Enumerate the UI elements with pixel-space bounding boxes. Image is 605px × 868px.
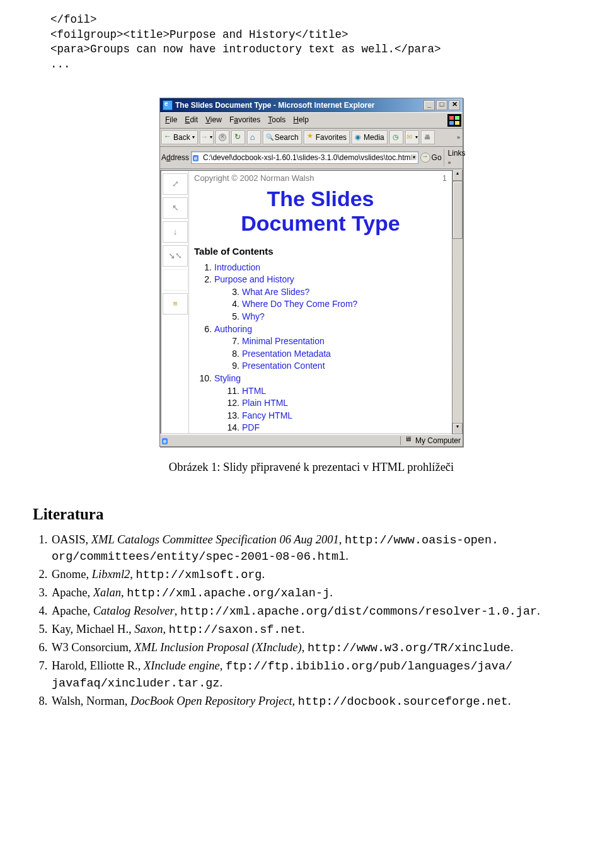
ie-icon xyxy=(163,100,173,110)
media-icon xyxy=(355,134,362,141)
menubar: File Edit View Favorites Tools Help xyxy=(160,112,463,129)
reference-item: Harold, Elliotte R., XInclude engine, ft… xyxy=(50,658,572,692)
security-zone: My Computer xyxy=(400,436,461,445)
search-button[interactable]: Search xyxy=(263,130,302,144)
window-title: The Slides Document Type - Microsoft Int… xyxy=(175,101,375,110)
slide-title: The Slides Document Type xyxy=(194,187,447,236)
slide-copyright: Copyright © 2002 Norman Walsh 1 xyxy=(194,173,447,183)
home-icon xyxy=(250,134,258,141)
references-list: OASIS, XML Catalogs Committee Specificat… xyxy=(33,532,572,710)
toc-link[interactable]: Authoring xyxy=(214,323,252,336)
status-page-icon: e xyxy=(162,436,171,445)
menu-tools[interactable]: Tools xyxy=(264,114,289,127)
computer-icon xyxy=(405,436,413,445)
code-snippet: </foil> <foilgroup><title>Purpose and Hi… xyxy=(50,13,572,72)
favorites-button[interactable]: Favorites xyxy=(304,130,350,144)
nav-first-button[interactable]: ⤢ xyxy=(163,173,188,195)
search-icon xyxy=(266,134,274,141)
nav-blank xyxy=(163,269,188,291)
browser-window: The Slides Document Type - Microsoft Int… xyxy=(159,98,463,447)
scroll-thumb[interactable] xyxy=(452,181,463,239)
close-button[interactable]: ✕ xyxy=(449,100,460,110)
section-heading: Literatura xyxy=(33,506,572,523)
toc-link[interactable]: Plain HTML xyxy=(242,397,288,410)
toc-link[interactable]: Why? xyxy=(242,311,265,323)
toc-link[interactable]: HTML xyxy=(242,385,266,398)
reference-item: Apache, Xalan, http://xml.apache.org/xal… xyxy=(50,585,572,602)
toc-link[interactable]: Where Do They Come From? xyxy=(242,298,357,311)
address-bar: Address C:\devel\docbook-xsl-1.60.1\slid… xyxy=(160,147,463,169)
go-icon xyxy=(420,153,430,163)
toc-link[interactable]: What Are Slides? xyxy=(242,286,309,299)
scroll-up-button[interactable]: ▴ xyxy=(452,170,463,181)
menu-edit[interactable]: Edit xyxy=(181,114,202,127)
toolbar-expand[interactable]: » xyxy=(456,134,461,141)
back-button[interactable]: Back▾ xyxy=(161,130,198,144)
media-button[interactable]: Media xyxy=(352,130,388,144)
refresh-icon xyxy=(234,134,242,141)
forward-button[interactable]: ▾ xyxy=(200,130,214,144)
toc-link[interactable]: Presentation Metadata xyxy=(242,348,331,361)
maximize-button[interactable]: □ xyxy=(436,100,447,110)
history-icon xyxy=(393,134,400,141)
print-button[interactable] xyxy=(421,130,435,144)
scrollbar[interactable]: ▴ ▾ xyxy=(452,170,463,434)
mail-button[interactable]: ▾ xyxy=(405,130,419,144)
address-input[interactable]: C:\devel\docbook-xsl-1.60.1\slides-3.1.0… xyxy=(191,151,418,164)
scroll-track[interactable] xyxy=(452,181,463,423)
slide-content: Copyright © 2002 Norman Walsh 1 The Slid… xyxy=(189,171,452,433)
toc-link[interactable]: Fancy HTML xyxy=(242,410,292,422)
stop-button[interactable] xyxy=(216,130,229,144)
reference-item: Walsh, Norman, DocBook Open Repository P… xyxy=(50,693,572,710)
toc-link[interactable]: Purpose and History xyxy=(214,274,294,286)
reference-item: Apache, Catalog Resolver, http://xml.apa… xyxy=(50,603,572,620)
reference-item: OASIS, XML Catalogs Committee Specificat… xyxy=(50,532,572,566)
home-button[interactable] xyxy=(247,130,261,144)
content-frame: ⤢ ↖ ↓ ↘⤡ ≡ Copyright © 2002 Norman Walsh… xyxy=(160,169,463,434)
nav-toc-button[interactable]: ≡ xyxy=(163,293,188,315)
menu-file[interactable]: File xyxy=(161,114,181,127)
menu-help[interactable]: Help xyxy=(289,114,313,127)
toc-link[interactable]: PDF xyxy=(242,422,260,432)
reference-item: W3 Consorcium, XML Inclusion Proposal (X… xyxy=(50,640,572,657)
reference-item: Gnome, Libxml2, http://xmlsoft.org. xyxy=(50,567,572,584)
page-icon xyxy=(193,153,202,162)
star-icon xyxy=(307,134,314,141)
back-icon xyxy=(164,134,172,141)
toc-heading: Table of Contents xyxy=(194,246,447,257)
history-button[interactable] xyxy=(389,130,403,144)
nav-last-button[interactable]: ↘⤡ xyxy=(163,245,188,267)
scroll-down-button[interactable]: ▾ xyxy=(452,423,463,434)
toc-list: 1.Introduction2.Purpose and History3.Wha… xyxy=(194,262,447,433)
forward-icon xyxy=(200,134,208,141)
slide-nav: ⤢ ↖ ↓ ↘⤡ ≡ xyxy=(161,171,189,433)
reference-item: Kay, Michael H., Saxon, http://saxon.sf.… xyxy=(50,622,572,639)
toc-link[interactable]: Minimal Presentation xyxy=(242,335,325,348)
toc-link[interactable]: Styling xyxy=(214,373,241,385)
go-button[interactable]: Go xyxy=(420,153,442,163)
refresh-button[interactable] xyxy=(231,130,245,144)
figure: The Slides Document Type - Microsoft Int… xyxy=(50,98,572,474)
status-bar: e My Computer xyxy=(160,434,463,446)
toolbar: Back▾ ▾ Search Favorites Media ▾ » xyxy=(160,129,463,147)
minimize-button[interactable]: _ xyxy=(424,100,435,110)
mail-icon xyxy=(406,134,413,141)
nav-up-button[interactable]: ↖ xyxy=(163,197,188,219)
page-number: 1 xyxy=(442,173,447,183)
links-button[interactable]: Links » xyxy=(444,149,467,166)
address-dropdown[interactable]: ▾ xyxy=(411,154,417,160)
address-label: Address xyxy=(161,153,189,162)
toc-link[interactable]: Presentation Content xyxy=(242,360,325,373)
menu-view[interactable]: View xyxy=(202,114,226,127)
titlebar: The Slides Document Type - Microsoft Int… xyxy=(160,98,463,112)
nav-next-button[interactable]: ↓ xyxy=(163,221,188,243)
figure-caption: Obrázek 1: Slidy připravené k prezentaci… xyxy=(50,461,572,474)
menu-favorites[interactable]: Favorites xyxy=(226,114,264,127)
toc-link[interactable]: Introduction xyxy=(214,262,260,274)
print-icon xyxy=(424,134,432,141)
windows-logo-icon xyxy=(447,114,461,127)
stop-icon xyxy=(219,134,226,141)
